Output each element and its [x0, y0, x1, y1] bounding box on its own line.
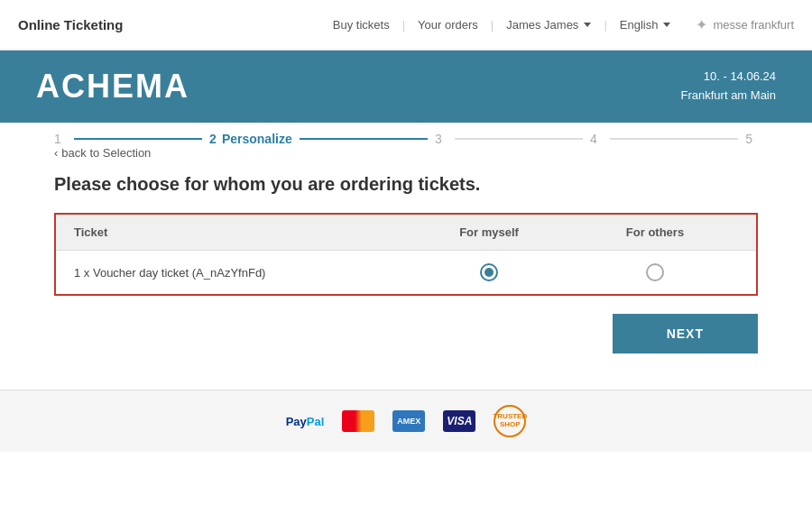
- event-date: 10. - 14.06.24 Frankfurt am Main: [681, 68, 776, 106]
- footer: PayPal AMEX VISA TRUSTEDSHOP: [0, 390, 812, 452]
- messe-name: messe frankfurt: [713, 18, 794, 32]
- trusted-badge: TRUSTEDSHOP: [494, 405, 526, 437]
- step-2-label: Personalize: [222, 132, 292, 146]
- table-header: Ticket For myself For others: [56, 215, 756, 251]
- step-connector-3-4: [455, 138, 583, 140]
- messe-icon: ✦: [696, 16, 707, 33]
- next-button[interactable]: NEXT: [613, 314, 758, 354]
- step-connector-1-2: [74, 138, 202, 140]
- top-nav: Online Ticketing Buy tickets | Your orde…: [0, 0, 812, 50]
- language-label: English: [620, 18, 659, 32]
- header-for-others: For others: [572, 225, 738, 239]
- date-range: 10. - 14.06.24: [681, 68, 776, 87]
- question-text: Please choose for whom you are ordering …: [0, 174, 812, 195]
- nav-right: Buy tickets | Your orders | James James …: [320, 16, 794, 33]
- for-myself-cell: [406, 263, 572, 281]
- table-row: 1 x Voucher day ticket (A_nAzYfnFd): [56, 251, 756, 294]
- header-for-myself: For myself: [406, 225, 572, 239]
- ticket-selection-table: Ticket For myself For others 1 x Voucher…: [54, 213, 758, 296]
- payment-logos: PayPal AMEX VISA TRUSTEDSHOP: [0, 405, 812, 437]
- step-connector-4-5: [610, 138, 738, 140]
- back-link[interactable]: ‹ back to Selection: [0, 146, 812, 160]
- user-menu[interactable]: James James: [494, 18, 604, 32]
- brand-name: ACHEMA: [36, 68, 189, 105]
- step-3-number: 3: [435, 132, 442, 146]
- progress-steps: 1 2 Personalize 3 4 5: [0, 123, 812, 146]
- buy-tickets-link[interactable]: Buy tickets: [320, 18, 402, 32]
- for-others-radio[interactable]: [646, 263, 664, 281]
- step-3: 3: [435, 132, 448, 146]
- step-4-number: 4: [590, 132, 597, 146]
- your-orders-link[interactable]: Your orders: [405, 18, 491, 32]
- next-button-wrapper: NEXT: [0, 296, 812, 372]
- back-chevron-icon: ‹: [54, 146, 58, 160]
- brand-logo: ACHEMA: [36, 68, 189, 106]
- step-1-number: 1: [54, 132, 61, 146]
- step-2: 2 Personalize: [209, 132, 292, 146]
- amex-logo: AMEX: [392, 410, 425, 432]
- mastercard-logo: [342, 410, 374, 432]
- event-location: Frankfurt am Main: [681, 87, 776, 106]
- user-chevron-icon: [584, 23, 591, 27]
- for-myself-radio[interactable]: [480, 263, 498, 281]
- paypal-logo: PayPal: [286, 415, 325, 428]
- back-link-label: back to Selection: [61, 146, 151, 160]
- step-4: 4: [590, 132, 603, 146]
- visa-logo: VISA: [443, 410, 475, 432]
- site-title: Online Ticketing: [18, 17, 123, 32]
- banner: ACHEMA 10. - 14.06.24 Frankfurt am Main: [0, 50, 812, 123]
- step-1: 1: [54, 132, 67, 146]
- user-name-label: James James: [506, 18, 578, 32]
- header-ticket: Ticket: [74, 225, 406, 239]
- for-others-cell: [572, 263, 738, 281]
- step-5-number: 5: [745, 132, 752, 146]
- step-5: 5: [745, 132, 758, 146]
- language-menu[interactable]: English: [607, 18, 684, 32]
- step-2-number: 2: [209, 132, 217, 146]
- messe-logo: ✦ messe frankfurt: [683, 16, 794, 33]
- ticket-name: 1 x Voucher day ticket (A_nAzYfnFd): [74, 266, 406, 280]
- lang-chevron-icon: [663, 23, 670, 27]
- step-connector-2-3: [300, 138, 428, 140]
